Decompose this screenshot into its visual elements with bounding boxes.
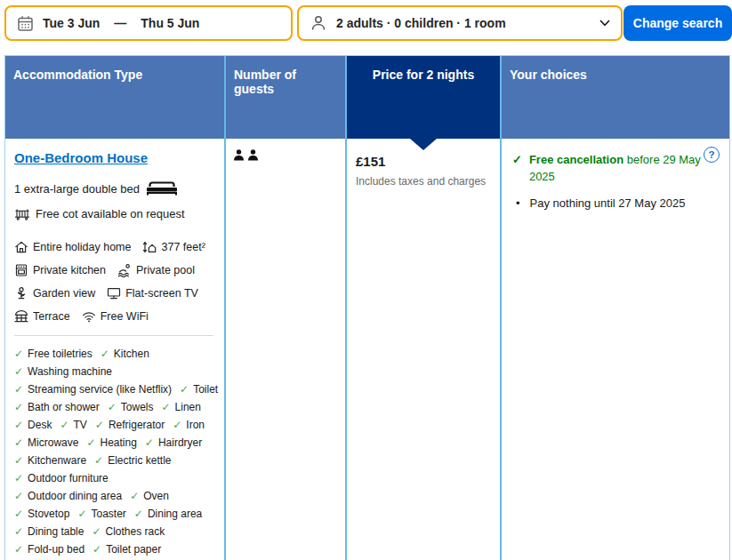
bullet-icon: • <box>516 196 520 210</box>
check-icon: ✓ <box>14 452 23 469</box>
person-icon <box>310 14 327 32</box>
header-accommodation-type: Accommodation Type <box>5 56 226 139</box>
amenity-row: ✓Fold-up bed✓Toilet paper <box>14 540 217 558</box>
amenity-item: ✓Desk <box>14 416 52 434</box>
amenity-item: ✓Fold-up bed <box>14 540 84 558</box>
amenity-item: ✓Kitchenware <box>14 452 86 469</box>
facility-label: Terrace <box>33 310 70 323</box>
checkout-date: Thu 5 Jun <box>141 16 199 30</box>
amenity-label: Dining table <box>28 523 84 540</box>
amenity-label: Iron <box>186 416 205 434</box>
facility-row: Private kitchenPrivate pool <box>14 263 217 277</box>
facility-item: Free WiFi <box>82 309 149 324</box>
wifi-icon <box>82 309 96 324</box>
occupancy-field[interactable]: 2 adults · 0 children · 1 room <box>297 5 623 41</box>
calendar-icon <box>17 15 34 32</box>
amenity-row: ✓Stovetop✓Toaster✓Dining area <box>14 505 217 523</box>
check-icon: ✓ <box>94 452 103 469</box>
amenity-label: Dining area <box>148 505 202 523</box>
kitchen-icon <box>14 263 28 277</box>
price-amount: £151 <box>356 154 491 169</box>
amenity-item: ✓Linen <box>162 398 201 416</box>
amenity-label: Streaming service (like Netflix) <box>28 380 172 398</box>
amenity-label: Oven <box>143 487 169 505</box>
facilities-amenities-divider <box>14 335 213 336</box>
amenity-label: Fold-up bed <box>28 540 84 558</box>
pay-nothing-line: • Pay nothing until 27 May 2025 <box>512 196 719 210</box>
check-icon: ✓ <box>14 505 23 523</box>
check-icon: ✓ <box>93 540 101 558</box>
chevron-down-icon <box>599 20 610 27</box>
date-range-field[interactable]: Tue 3 Jun — Thu 5 Jun <box>4 5 293 41</box>
facility-item: Flat-screen TV <box>107 286 198 300</box>
amenity-label: Microwave <box>28 434 78 452</box>
amenity-row: ✓Bath or shower✓Towels✓Linen <box>14 398 217 416</box>
adult-guest-icon <box>233 149 245 161</box>
amenities-list: ✓Free toiletries✓Kitchen✓Washing machine… <box>14 345 217 558</box>
check-icon: ✓ <box>180 380 189 398</box>
amenity-label: TV <box>73 416 86 434</box>
amenity-label: Desk <box>28 416 52 434</box>
search-bar: Tue 3 Jun — Thu 5 Jun 2 adults · 0 child… <box>0 0 732 50</box>
check-icon: ✓ <box>14 398 23 416</box>
check-icon: ✓ <box>173 416 181 434</box>
amenity-item: ✓Refrigerator <box>95 416 165 434</box>
amenity-label: Refrigerator <box>109 416 165 434</box>
bed-info-label: 1 extra-large double bed <box>14 182 140 196</box>
amenity-item: ✓TV <box>60 416 86 434</box>
adult-guest-icon <box>247 149 259 161</box>
amenity-row: ✓Kitchenware✓Electric kettle <box>14 452 217 469</box>
price-cell: £151 Includes taxes and charges <box>347 139 502 560</box>
check-icon: ✓ <box>108 398 117 416</box>
amenity-item: ✓Outdoor dining area <box>14 487 122 505</box>
amenity-row: ✓Microwave✓Heating✓Hairdryer <box>14 434 217 452</box>
amenity-label: Stovetop <box>28 505 69 523</box>
amenity-label: Toaster <box>92 505 126 523</box>
check-icon: ✓ <box>14 523 23 540</box>
house-icon <box>14 240 28 254</box>
bed-info-line: 1 extra-large double bed <box>14 181 217 196</box>
amenity-item: ✓Outdoor furniture <box>14 469 109 487</box>
check-icon: ✓ <box>14 540 23 558</box>
amenity-label: Kitchen <box>114 345 149 363</box>
cot-info-line: Free cot available on request <box>14 206 217 220</box>
amenity-item: ✓Washing machine <box>14 363 112 380</box>
free-cancellation-text: Free cancellation before 29 May 2025 <box>529 151 701 185</box>
change-search-button[interactable]: Change search <box>623 5 732 41</box>
table-row: One-Bedroom House 1 extra-large double b… <box>5 139 729 560</box>
amenity-label: Bath or shower <box>28 398 100 416</box>
amenity-item: ✓Stovetop <box>14 505 69 523</box>
amenity-label: Washing machine <box>28 363 112 380</box>
garden-icon <box>14 286 28 300</box>
facility-label: Private pool <box>136 264 195 276</box>
double-bed-icon <box>146 181 178 196</box>
amenity-item: ✓Iron <box>173 416 205 434</box>
amenity-row: ✓Desk✓TV✓Refrigerator✓Iron <box>14 416 217 434</box>
facilities-list: Entire holiday home377 feet²Private kitc… <box>14 240 217 324</box>
guests-cell <box>226 139 347 560</box>
choices-cell: ✓ Free cancellation before 29 May 2025 •… <box>502 139 729 560</box>
room-name-link[interactable]: One-Bedroom House <box>14 150 148 165</box>
header-price-selected: Price for 2 nights <box>347 56 502 139</box>
check-icon: ✓ <box>14 487 23 505</box>
cot-icon <box>14 206 30 220</box>
amenity-label: Free toiletries <box>28 345 93 363</box>
header-number-of-guests: Number of guests <box>226 56 347 139</box>
amenity-item: ✓Kitchen <box>101 345 149 363</box>
help-icon[interactable]: ? <box>704 147 720 163</box>
amenity-item: ✓Electric kettle <box>94 452 171 469</box>
amenity-item: ✓Oven <box>130 487 169 505</box>
check-icon: ✓ <box>60 416 68 434</box>
amenity-row: ✓Outdoor dining area✓Oven <box>14 487 217 505</box>
check-icon: ✓ <box>86 434 95 452</box>
amenity-item: ✓Dining table <box>14 523 84 540</box>
amenity-item: ✓Microwave <box>14 434 78 452</box>
check-icon: ✓ <box>77 505 86 523</box>
facility-item: Entire holiday home <box>14 240 131 254</box>
check-icon: ✓ <box>14 469 23 487</box>
amenity-item: ✓Towels <box>108 398 154 416</box>
check-icon: ✓ <box>14 345 23 363</box>
amenity-row: ✓Free toiletries✓Kitchen <box>14 345 217 363</box>
terrace-icon <box>14 309 28 324</box>
amenity-label: Linen <box>175 398 201 416</box>
